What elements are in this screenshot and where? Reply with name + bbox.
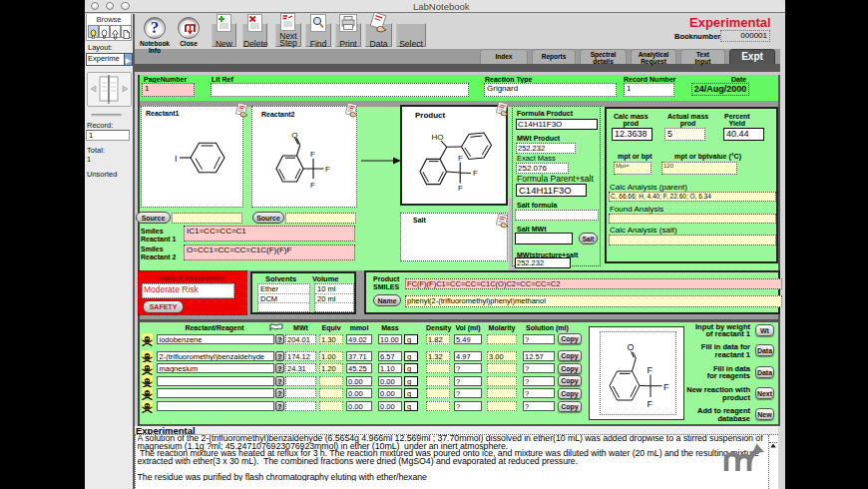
svg-text:O: O bbox=[291, 131, 297, 140]
svg-text:F: F bbox=[310, 150, 315, 159]
svg-text:F: F bbox=[310, 181, 315, 190]
svg-text:F: F bbox=[458, 184, 463, 193]
svg-text:O: O bbox=[628, 342, 635, 352]
svg-text:F: F bbox=[458, 154, 463, 163]
svg-text:F: F bbox=[325, 165, 330, 174]
svg-text:F: F bbox=[473, 169, 478, 178]
svg-text:HO: HO bbox=[432, 133, 444, 142]
svg-text:I: I bbox=[175, 154, 178, 164]
